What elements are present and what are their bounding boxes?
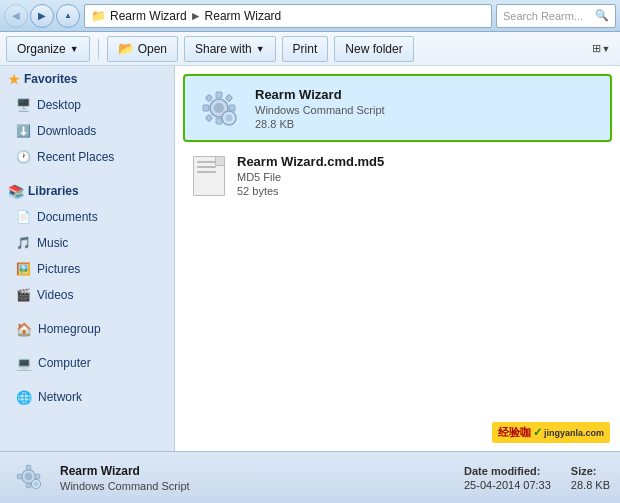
file-item-rearm-wizard[interactable]: Rearm Wizard Windows Command Script 28.8… (183, 74, 612, 142)
sidebar-item-pictures[interactable]: 🖼️ Pictures (0, 256, 174, 282)
file-icon-rearm-wizard (195, 84, 243, 132)
search-bar[interactable]: Search Rearm... 🔍 (496, 4, 616, 28)
file-type-md5: MD5 File (237, 171, 384, 183)
back-button[interactable]: ◀ (4, 4, 28, 28)
view-options-button[interactable]: ⊞ ▼ (588, 36, 614, 62)
new-folder-label: New folder (345, 42, 402, 56)
up-button[interactable]: ▲ (56, 4, 80, 28)
sidebar-libraries-label: Libraries (28, 184, 79, 198)
status-date-label: Date modified: (464, 465, 551, 477)
sidebar-item-homegroup[interactable]: 🏠 Homegroup (0, 316, 174, 342)
desktop-icon: 🖥️ (16, 98, 31, 112)
sidebar-item-documents[interactable]: 📄 Documents (0, 204, 174, 230)
view-dropdown-icon: ▼ (602, 44, 611, 54)
sidebar-homegroup-label: Homegroup (38, 322, 101, 336)
file-info-rearm-wizard: Rearm Wizard Windows Command Script 28.8… (255, 87, 385, 130)
music-icon: 🎵 (16, 236, 31, 250)
svg-rect-8 (205, 114, 212, 121)
sidebar-documents-label: Documents (37, 210, 98, 224)
organize-label: Organize (17, 42, 66, 56)
new-folder-button[interactable]: New folder (334, 36, 413, 62)
share-with-button[interactable]: Share with ▼ (184, 36, 276, 62)
view-grid-icon: ⊞ (592, 42, 601, 55)
title-bar: ◀ ▶ ▲ 📁 Rearm Wizard ► Rearm Wizard Sear… (0, 0, 620, 32)
file-list: Rearm Wizard Windows Command Script 28.8… (175, 66, 620, 451)
open-icon: 📂 (118, 41, 134, 56)
svg-point-13 (25, 472, 33, 480)
sidebar-downloads-label: Downloads (37, 124, 96, 138)
sidebar-spacer-1 (0, 170, 174, 178)
sidebar-spacer-4 (0, 376, 174, 384)
organize-button[interactable]: Organize ▼ (6, 36, 90, 62)
status-date-value: 25-04-2014 07:33 (464, 479, 551, 491)
open-button[interactable]: 📂 Open (107, 36, 178, 62)
forward-button[interactable]: ▶ (30, 4, 54, 28)
file-name-md5: Rearm Wizard.cmd.md5 (237, 154, 384, 169)
network-icon: 🌐 (16, 390, 32, 405)
print-button[interactable]: Print (282, 36, 329, 62)
toolbar-sep-1 (98, 39, 99, 59)
nav-buttons: ◀ ▶ ▲ (4, 4, 80, 28)
sidebar-recent-places-label: Recent Places (37, 150, 114, 164)
status-size-value: 28.8 KB (571, 479, 610, 491)
sidebar-pictures-label: Pictures (37, 262, 80, 276)
file-type-rearm-wizard: Windows Command Script (255, 104, 385, 116)
print-label: Print (293, 42, 318, 56)
status-file-icon (10, 458, 50, 498)
breadcrumb: 📁 Rearm Wizard ► Rearm Wizard (84, 4, 492, 28)
sidebar-item-videos[interactable]: 🎬 Videos (0, 282, 174, 308)
breadcrumb-part1[interactable]: Rearm Wizard (110, 9, 187, 23)
file-size-rearm-wizard: 28.8 KB (255, 118, 385, 130)
libraries-icon: 📚 (8, 184, 24, 199)
toolbar: Organize ▼ 📂 Open Share with ▼ Print New… (0, 32, 620, 66)
status-info: Rearm Wizard Windows Command Script (60, 464, 190, 492)
watermark: 经验咖 ✓ jingyanla.com (492, 422, 610, 443)
videos-icon: 🎬 (16, 288, 31, 302)
sidebar-spacer-2 (0, 308, 174, 316)
file-icon-md5 (193, 156, 225, 196)
sidebar-computer-label: Computer (38, 356, 91, 370)
breadcrumb-folder-icon: 📁 (91, 9, 106, 23)
svg-rect-17 (35, 474, 40, 479)
file-name-rearm-wizard: Rearm Wizard (255, 87, 385, 102)
breadcrumb-part2[interactable]: Rearm Wizard (205, 9, 282, 23)
sidebar-item-network[interactable]: 🌐 Network (0, 384, 174, 410)
sidebar-music-label: Music (37, 236, 68, 250)
breadcrumb-sep: ► (190, 9, 202, 23)
status-meta: Date modified: 25-04-2014 07:33 Size: 28… (464, 465, 610, 491)
sidebar-item-downloads[interactable]: ⬇️ Downloads (0, 118, 174, 144)
watermark-text: 经验咖 (498, 425, 531, 440)
file-item-md5[interactable]: Rearm Wizard.cmd.md5 MD5 File 52 bytes (183, 146, 612, 205)
status-file-type: Windows Command Script (60, 480, 190, 492)
sidebar-desktop-label: Desktop (37, 98, 81, 112)
sidebar-network-label: Network (38, 390, 82, 404)
homegroup-icon: 🏠 (16, 322, 32, 337)
sidebar-favorites-header[interactable]: ★ Favorites (0, 66, 174, 92)
sidebar-favorites-label: Favorites (24, 72, 77, 86)
file-info-md5: Rearm Wizard.cmd.md5 MD5 File 52 bytes (237, 154, 384, 197)
svg-point-11 (226, 115, 233, 122)
sidebar-item-computer[interactable]: 💻 Computer (0, 350, 174, 376)
watermark-url: jingyanla.com (544, 428, 604, 438)
status-file-name: Rearm Wizard (60, 464, 190, 478)
sidebar-spacer-3 (0, 342, 174, 350)
share-with-label: Share with (195, 42, 252, 56)
watermark-check: ✓ (533, 426, 542, 439)
svg-point-19 (34, 481, 39, 486)
status-size-item: Size: 28.8 KB (571, 465, 610, 491)
sidebar-videos-label: Videos (37, 288, 73, 302)
svg-rect-7 (225, 94, 232, 101)
downloads-icon: ⬇️ (16, 124, 31, 138)
sidebar: ★ Favorites 🖥️ Desktop ⬇️ Downloads 🕐 Re… (0, 66, 175, 451)
status-size-label: Size: (571, 465, 610, 477)
open-label: Open (138, 42, 167, 56)
svg-rect-6 (205, 94, 212, 101)
search-icon: 🔍 (595, 9, 609, 22)
sidebar-item-recent-places[interactable]: 🕐 Recent Places (0, 144, 174, 170)
sidebar-item-desktop[interactable]: 🖥️ Desktop (0, 92, 174, 118)
svg-rect-4 (203, 105, 209, 111)
svg-rect-3 (216, 118, 222, 124)
sidebar-libraries-header[interactable]: 📚 Libraries (0, 178, 174, 204)
main-content: ★ Favorites 🖥️ Desktop ⬇️ Downloads 🕐 Re… (0, 66, 620, 451)
sidebar-item-music[interactable]: 🎵 Music (0, 230, 174, 256)
